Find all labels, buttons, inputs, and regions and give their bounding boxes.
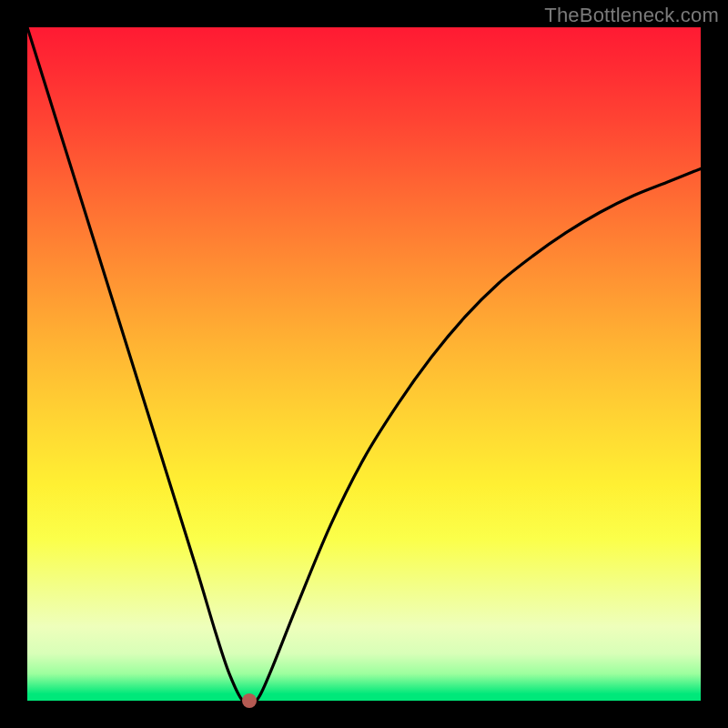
- curve-svg: [27, 27, 701, 701]
- attribution-label: TheBottleneck.com: [544, 4, 719, 27]
- chart-frame: TheBottleneck.com: [0, 0, 728, 728]
- bottleneck-curve: [27, 27, 701, 704]
- plot-area: [27, 27, 701, 701]
- optimal-point-marker: [242, 693, 257, 708]
